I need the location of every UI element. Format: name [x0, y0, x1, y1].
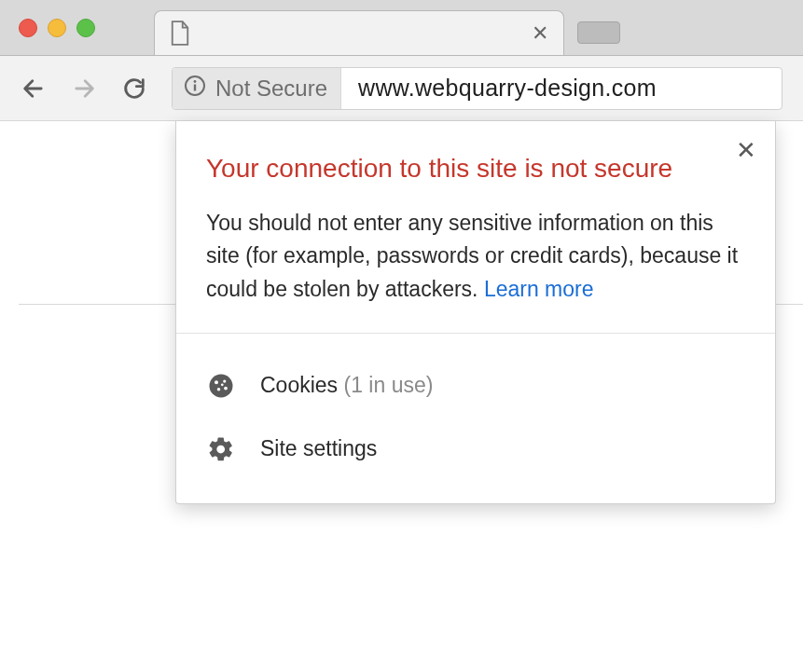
gear-icon — [206, 434, 236, 464]
cookies-item[interactable]: Cookies (1 in use) — [206, 354, 745, 418]
window-title-bar: ✕ — [0, 0, 803, 56]
new-tab-button[interactable] — [577, 21, 620, 44]
browser-toolbar: Not Secure www.webquarry-design.com — [0, 56, 803, 121]
forward-button[interactable] — [71, 75, 97, 102]
popover-description: You should not enter any sensitive infor… — [206, 207, 745, 307]
info-icon — [184, 75, 206, 103]
svg-point-3 — [210, 374, 233, 397]
svg-rect-2 — [194, 84, 196, 90]
security-popover: ✕ Your connection to this site is not se… — [175, 121, 776, 504]
learn-more-link[interactable]: Learn more — [484, 277, 594, 301]
address-bar[interactable]: Not Secure www.webquarry-design.com — [172, 67, 782, 110]
security-status-chip[interactable]: Not Secure — [173, 68, 341, 109]
tab-close-button[interactable]: ✕ — [532, 21, 548, 46]
cookies-label: Cookies — [260, 373, 338, 397]
url-text: www.webquarry-design.com — [341, 75, 673, 102]
svg-point-4 — [215, 380, 218, 384]
cookie-icon — [206, 371, 236, 401]
security-status-label: Not Secure — [215, 75, 327, 102]
cookies-count: (1 in use) — [344, 373, 434, 397]
popover-title: Your connection to this site is not secu… — [206, 151, 745, 186]
svg-point-8 — [221, 383, 224, 386]
svg-point-1 — [194, 80, 197, 83]
svg-point-6 — [217, 388, 221, 391]
window-close-button[interactable] — [19, 19, 37, 37]
page-content: ✕ Your connection to this site is not se… — [0, 121, 803, 672]
popover-divider — [176, 333, 775, 334]
svg-point-5 — [223, 379, 226, 382]
tab-strip: ✕ — [154, 10, 620, 55]
window-minimize-button[interactable] — [48, 19, 66, 37]
site-settings-item[interactable]: Site settings — [206, 418, 745, 481]
back-button[interactable] — [21, 75, 47, 102]
site-settings-label: Site settings — [260, 436, 377, 461]
popover-description-text: You should not enter any sensitive infor… — [206, 211, 738, 301]
reload-button[interactable] — [121, 75, 147, 102]
browser-tab[interactable]: ✕ — [154, 10, 564, 55]
cookies-item-text: Cookies (1 in use) — [260, 373, 433, 398]
popover-close-button[interactable]: ✕ — [736, 138, 756, 162]
file-icon — [170, 21, 190, 47]
window-controls — [19, 19, 95, 37]
svg-point-7 — [224, 386, 228, 390]
window-maximize-button[interactable] — [76, 19, 95, 37]
